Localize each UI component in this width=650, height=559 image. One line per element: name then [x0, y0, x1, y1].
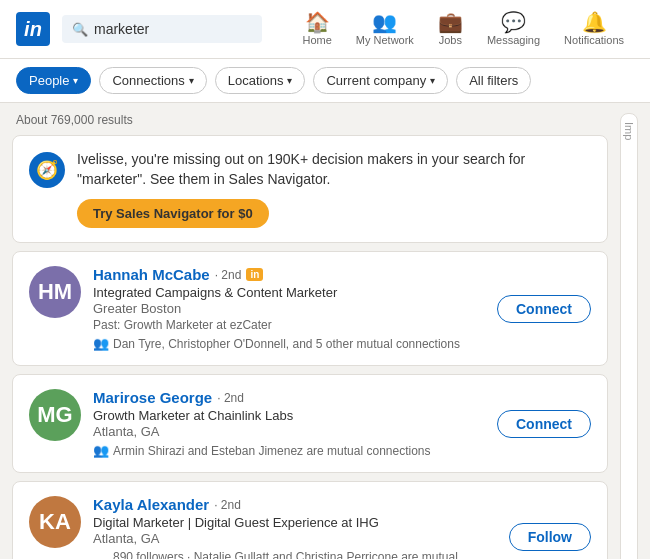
people-list: HM Hannah McCabe · 2nd in Integrated Cam… [12, 251, 608, 559]
person-card: KA Kayla Alexander · 2nd Digital Markete… [12, 481, 608, 559]
side-panel: Imp [620, 113, 638, 559]
person-title: Integrated Campaigns & Content Marketer [93, 285, 485, 300]
person-info: Hannah McCabe · 2nd in Integrated Campai… [93, 266, 485, 351]
sales-nav-icon: 🧭 [29, 152, 65, 188]
search-icon: 🔍 [72, 22, 88, 37]
filter-connections-label: Connections [112, 73, 184, 88]
person-location: Greater Boston [93, 301, 485, 316]
sales-nav-message: Ivelisse, you're missing out on 190K+ de… [77, 150, 591, 189]
chevron-down-icon: ▾ [287, 75, 292, 86]
compass-icon: 🧭 [36, 159, 58, 181]
person-name-row: Marirose George · 2nd [93, 389, 485, 406]
person-info: Marirose George · 2nd Growth Marketer at… [93, 389, 485, 458]
person-mutual: 👥 Dan Tyre, Christopher O'Donnell, and 5… [93, 336, 485, 351]
sales-nav-content: Ivelisse, you're missing out on 190K+ de… [77, 150, 591, 228]
person-name[interactable]: Kayla Alexander [93, 496, 209, 513]
filter-all-filters[interactable]: All filters [456, 67, 531, 94]
person-past: Past: Growth Marketer at ezCater [93, 318, 485, 332]
nav-item-notifications[interactable]: 🔔 Notifications [554, 8, 634, 50]
nav-label-jobs: Jobs [439, 34, 462, 46]
degree-badge: · 2nd [217, 391, 244, 405]
filter-current-company[interactable]: Current company ▾ [313, 67, 448, 94]
connect-button[interactable]: Connect [497, 410, 591, 438]
filter-all-label: All filters [469, 73, 518, 88]
person-name[interactable]: Marirose George [93, 389, 212, 406]
messaging-icon: 💬 [501, 12, 526, 32]
filter-connections[interactable]: Connections ▾ [99, 67, 206, 94]
mutual-connections-icon: 👥 [93, 443, 109, 458]
chevron-down-icon: ▾ [189, 75, 194, 86]
side-panel-text: Imp [621, 114, 637, 148]
person-info: Kayla Alexander · 2nd Digital Marketer |… [93, 496, 497, 559]
person-mutual: 👥 890 followers · Natalie Gullatt and Ch… [93, 550, 497, 559]
jobs-icon: 💼 [438, 12, 463, 32]
nav-items: 🏠 Home 👥 My Network 💼 Jobs 💬 Messaging 🔔… [292, 8, 634, 50]
chevron-down-icon: ▾ [430, 75, 435, 86]
results-count: About 769,000 results [12, 113, 608, 127]
nav-item-mynetwork[interactable]: 👥 My Network [346, 8, 424, 50]
main-content: About 769,000 results 🧭 Ivelisse, you're… [0, 103, 650, 559]
nav-label-home: Home [302, 34, 331, 46]
chevron-down-icon: ▾ [73, 75, 78, 86]
top-nav: in 🔍 🏠 Home 👥 My Network 💼 Jobs 💬 Messag… [0, 0, 650, 59]
sales-nav-banner: 🧭 Ivelisse, you're missing out on 190K+ … [12, 135, 608, 243]
filter-bar: People ▾ Connections ▾ Locations ▾ Curre… [0, 59, 650, 103]
person-location: Atlanta, GA [93, 531, 497, 546]
person-name[interactable]: Hannah McCabe [93, 266, 210, 283]
nav-label-notifications: Notifications [564, 34, 624, 46]
person-title: Digital Marketer | Digital Guest Experie… [93, 515, 497, 530]
nav-label-messaging: Messaging [487, 34, 540, 46]
mutual-connections-icon: 👥 [93, 336, 109, 351]
nav-item-home[interactable]: 🏠 Home [292, 8, 341, 50]
nav-item-jobs[interactable]: 💼 Jobs [428, 8, 473, 50]
filter-locations[interactable]: Locations ▾ [215, 67, 306, 94]
filter-locations-label: Locations [228, 73, 284, 88]
home-icon: 🏠 [305, 12, 330, 32]
person-card: HM Hannah McCabe · 2nd in Integrated Cam… [12, 251, 608, 366]
avatar: HM [29, 266, 81, 318]
person-card: MG Marirose George · 2nd Growth Marketer… [12, 374, 608, 473]
filter-people[interactable]: People ▾ [16, 67, 91, 94]
person-name-row: Hannah McCabe · 2nd in [93, 266, 485, 283]
try-sales-nav-button[interactable]: Try Sales Navigator for $0 [77, 199, 269, 228]
search-bar[interactable]: 🔍 [62, 15, 262, 43]
linkedin-logo[interactable]: in [16, 12, 50, 46]
person-name-row: Kayla Alexander · 2nd [93, 496, 497, 513]
avatar: KA [29, 496, 81, 548]
filter-people-label: People [29, 73, 69, 88]
filter-company-label: Current company [326, 73, 426, 88]
search-input[interactable] [94, 21, 234, 37]
nav-label-mynetwork: My Network [356, 34, 414, 46]
person-title: Growth Marketer at Chainlink Labs [93, 408, 485, 423]
degree-badge: · 2nd [215, 268, 242, 282]
follow-button[interactable]: Follow [509, 523, 591, 551]
results-section: About 769,000 results 🧭 Ivelisse, you're… [12, 113, 608, 559]
open-to-work-badge: in [246, 268, 263, 281]
person-location: Atlanta, GA [93, 424, 485, 439]
notifications-icon: 🔔 [582, 12, 607, 32]
connect-button[interactable]: Connect [497, 295, 591, 323]
nav-item-messaging[interactable]: 💬 Messaging [477, 8, 550, 50]
person-mutual: 👥 Armin Shirazi and Esteban Jimenez are … [93, 443, 485, 458]
avatar: MG [29, 389, 81, 441]
degree-badge: · 2nd [214, 498, 241, 512]
network-icon: 👥 [372, 12, 397, 32]
